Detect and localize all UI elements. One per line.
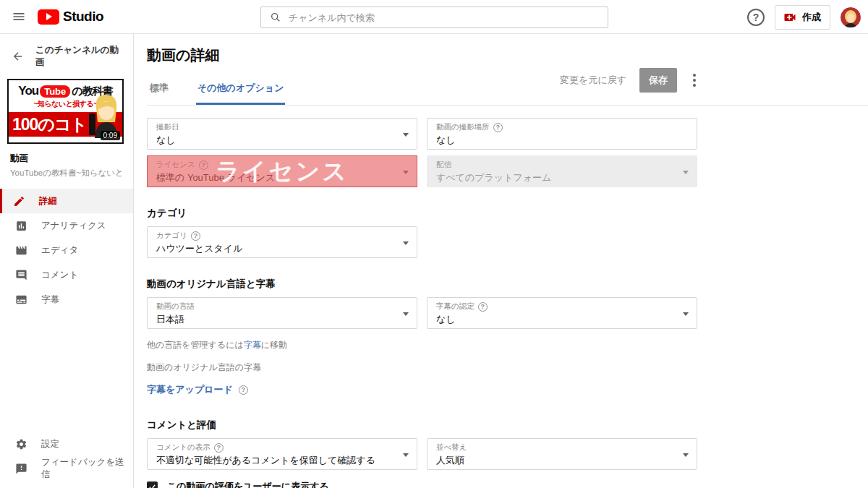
sidebar-item-settings[interactable]: 設定 [0,432,133,456]
video-thumbnail: You Tube の教科書 ~知らないと損する~ 100のコト 0:09 [7,79,124,144]
video-location-field[interactable]: 動画の撮影場所 ? なし [427,118,697,150]
recording-date-field[interactable]: 撮影日 なし [147,118,417,150]
youtube-studio-logo[interactable]: Studio [38,9,103,25]
help-circle-icon[interactable]: ? [191,231,200,241]
license-field[interactable]: ライセンス ? 標準の YouTube ライセンス ライセンス [147,155,417,187]
sort-order-field[interactable]: 並べ替え 人気順 [427,438,697,470]
top-bar: Studio ? 作成 [0,0,868,34]
back-to-videos[interactable]: このチャンネルの動画 [0,34,133,76]
undo-changes-button[interactable]: 変更を元に戻す [560,74,626,87]
chevron-down-icon [403,453,409,457]
sidebar-item-label: 設定 [41,438,59,450]
create-label: 作成 [802,11,821,24]
chevron-down-icon [683,453,689,457]
comments-icon [15,269,27,281]
category-value: ハウツーとスタイル [156,242,396,255]
sidebar-item-label: 詳細 [39,195,57,207]
sidebar-item-subtitles[interactable]: 字幕 [0,287,133,312]
chevron-down-icon [683,171,689,174]
youtube-play-icon [38,9,59,25]
caption-certification-label: 字幕の認定 [436,301,475,312]
recording-date-value: なし [156,134,396,147]
sidebar-nav: 詳細 アナリティクス エディタ コメント 字幕 [0,189,133,312]
manage-languages-note: 他の言語を管理するには字幕に移動 [147,339,699,351]
video-language-label: 動画の言語 [156,301,195,312]
category-label: カテゴリ [156,231,187,241]
sidebar-item-label: 字幕 [41,294,59,306]
distribution-field: 配信 すべてのプラットフォーム [427,155,697,187]
avatar[interactable] [841,7,861,27]
chevron-down-icon [403,241,409,245]
page-title: 動画の詳細 [147,46,868,65]
video-title: YouTubeの教科書~知らないと損す... [10,168,123,179]
sidebar-item-editor[interactable]: エディタ [0,238,133,262]
create-button[interactable]: 作成 [775,5,830,30]
manage-note-suffix: に移動 [261,340,287,350]
tab-bar: 標準 その他のオプション [147,76,868,106]
sidebar: このチャンネルの動画 You Tube の教科書 ~知らないと損する~ 100の… [0,34,134,488]
help-circle-icon[interactable]: ? [214,443,224,453]
video-language-value: 日本語 [156,313,396,326]
help-circle-icon[interactable]: ? [478,302,488,312]
main-content: 動画の詳細 標準 その他のオプション 変更を元に戻す 保存 撮影日 なし 動画の… [134,34,868,488]
manage-note-prefix: 他の言語を管理するには [147,340,244,350]
chevron-down-icon [403,171,409,174]
language-section-heading: 動画のオリジナル言語と字幕 [147,278,699,291]
distribution-label: 配信 [436,160,451,170]
tab-basic[interactable]: 標準 [148,76,170,105]
caption-certification-field[interactable]: 字幕の認定 ? なし [427,297,697,329]
pencil-icon [13,195,25,207]
show-ratings-checkbox[interactable] [147,481,158,488]
category-section-heading: カテゴリ [147,207,699,220]
upload-subtitles-link[interactable]: 字幕をアップロード [147,383,233,396]
sidebar-footer: 設定 フィードバックを送信 [0,432,133,488]
original-language-subs-label: 動画のオリジナル言語の字幕 [147,361,699,374]
thumb-text-tube: Tube [40,85,70,98]
thumb-text-you: You [18,84,38,98]
hamburger-menu-icon[interactable] [4,2,33,31]
analytics-icon [15,220,27,232]
sidebar-item-label: アナリティクス [41,220,106,232]
help-icon[interactable]: ? [747,9,765,26]
tab-more-options[interactable]: その他のオプション [196,76,285,105]
gear-icon [15,438,27,450]
save-button[interactable]: 保存 [639,68,677,93]
video-language-field[interactable]: 動画の言語 日本語 [147,297,417,329]
comment-display-label: コメントの表示 [156,442,210,453]
help-circle-icon[interactable]: ? [493,123,503,132]
duration-badge: 0:09 [101,131,120,140]
sort-order-value: 人気順 [436,454,676,467]
show-ratings-label: この動画の評価をユーザーに表示する [167,480,329,488]
subtitles-link[interactable]: 字幕 [244,340,261,350]
sidebar-item-feedback[interactable]: フィードバックを送信 [0,456,133,481]
brand-name: Studio [63,9,103,25]
thumb-headline: 100のコト [12,114,87,136]
sidebar-item-details[interactable]: 詳細 [0,189,133,213]
video-location-value: なし [436,134,676,147]
checkmark-icon [148,483,156,488]
kebab-menu-icon[interactable] [690,72,699,88]
chevron-down-icon [683,312,689,316]
comment-display-field[interactable]: コメントの表示 ? 不適切な可能性があるコメントを保留して確認する [147,438,417,470]
help-circle-icon[interactable]: ? [239,385,248,395]
comments-section-heading: コメントと評価 [147,419,699,432]
sidebar-item-analytics[interactable]: アナリティクス [0,213,133,238]
search-icon [270,12,281,23]
back-arrow-icon[interactable] [12,50,24,63]
details-form: 撮影日 なし 動画の撮影場所 ? なし ライセンス ? [147,106,699,488]
channel-search[interactable] [260,7,608,28]
back-label: このチャンネルの動画 [35,44,123,69]
editor-icon [15,244,27,257]
sidebar-item-label: フィードバックを送信 [41,456,133,481]
help-circle-icon[interactable]: ? [199,160,208,170]
video-section-label: 動画 [10,153,123,165]
chevron-down-icon [403,312,409,316]
category-field[interactable]: カテゴリ ? ハウツーとスタイル [147,226,417,258]
distribution-value: すべてのプラットフォーム [436,171,676,184]
license-value: 標準の YouTube ライセンス [156,171,396,184]
search-input[interactable] [289,12,608,23]
sidebar-item-label: エディタ [41,244,78,257]
caption-certification-value: なし [436,313,676,326]
sidebar-item-comments[interactable]: コメント [0,262,133,287]
sort-order-label: 並べ替え [436,442,467,453]
